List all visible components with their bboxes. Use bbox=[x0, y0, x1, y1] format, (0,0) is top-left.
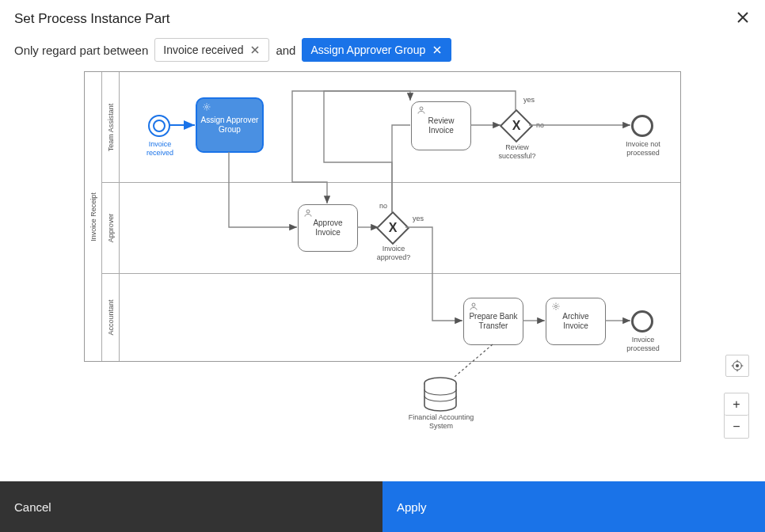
user-icon bbox=[303, 208, 313, 218]
locate-button[interactable] bbox=[725, 355, 749, 377]
dialog-footer: Cancel Apply bbox=[0, 481, 765, 532]
task-archive-invoice-label: Archive Invoice bbox=[550, 312, 602, 331]
gateway-review-successful[interactable]: X bbox=[500, 109, 533, 142]
svg-point-1 bbox=[420, 107, 423, 110]
chip-end-node[interactable]: Assign Approver Group bbox=[302, 38, 451, 62]
zoom-controls: + − bbox=[724, 393, 749, 439]
task-prepare-bank-transfer-label: Prepare Bank Transfer bbox=[467, 312, 520, 331]
lane-label-team-assistant: Team Assistant bbox=[107, 103, 115, 151]
edge-review-no-label: no bbox=[536, 121, 544, 129]
svg-point-4 bbox=[555, 306, 558, 308]
svg-point-2 bbox=[306, 210, 310, 213]
data-store-financial-system[interactable] bbox=[423, 377, 458, 412]
apply-button-label: Apply bbox=[397, 500, 427, 514]
lane-label-approver: Approver bbox=[107, 214, 115, 243]
edge-approved-no-label: no bbox=[379, 202, 387, 210]
user-icon bbox=[469, 302, 478, 311]
svg-point-3 bbox=[472, 303, 475, 306]
apply-button[interactable]: Apply bbox=[382, 481, 765, 532]
lane-header-accountant: Accountant bbox=[102, 274, 120, 361]
end-event-processed-label: Invoice processed bbox=[615, 336, 671, 353]
task-approve-invoice[interactable]: Approve Invoice bbox=[298, 204, 358, 252]
start-event-invoice-received[interactable] bbox=[148, 115, 170, 137]
chip-end-label: Assign Approver Group bbox=[310, 44, 425, 56]
close-icon[interactable] bbox=[735, 10, 751, 25]
end-event-not-processed-label: Invoice not processed bbox=[615, 140, 671, 158]
lane-approver: Approver Approve Invoice X Invoice appro… bbox=[102, 183, 680, 274]
task-review-invoice-label: Review Invoice bbox=[415, 116, 467, 135]
filter-row: Only regard part between Invoice receive… bbox=[14, 38, 751, 62]
end-event-not-processed[interactable] bbox=[631, 115, 653, 137]
user-icon bbox=[417, 105, 426, 115]
chip-start-remove-icon[interactable] bbox=[249, 44, 261, 55]
lane-header-approver: Approver bbox=[102, 183, 120, 273]
svg-point-6 bbox=[736, 364, 739, 367]
pool-invoice-receipt: Invoice Receipt Team Assistant Invoice r… bbox=[84, 71, 681, 362]
pool-label-text: Invoice Receipt bbox=[89, 192, 97, 241]
bpmn-canvas[interactable]: Invoice Receipt Team Assistant Invoice r… bbox=[84, 71, 681, 443]
start-event-label: Invoice received bbox=[139, 140, 181, 158]
task-archive-invoice[interactable]: Archive Invoice bbox=[546, 298, 606, 345]
task-prepare-bank-transfer[interactable]: Prepare Bank Transfer bbox=[463, 298, 523, 345]
edge-review-yes-label: yes bbox=[523, 96, 535, 104]
gear-icon bbox=[202, 102, 211, 112]
task-assign-approver-group[interactable]: Assign Approver Group bbox=[196, 97, 264, 153]
svg-point-0 bbox=[206, 106, 208, 108]
gear-icon bbox=[551, 302, 561, 311]
filter-prefix: Only regard part between bbox=[14, 44, 148, 57]
gateway-invoice-approved[interactable]: X bbox=[376, 211, 409, 245]
task-assign-approver-label: Assign Approver Group bbox=[200, 116, 259, 135]
data-store-label: Financial Accounting System bbox=[407, 413, 475, 431]
lane-team-assistant: Team Assistant Invoice received Assign A… bbox=[102, 72, 680, 183]
lane-accountant: Accountant Prepare Bank Transfer Archive… bbox=[102, 274, 680, 361]
dialog-title: Set Process Instance Part bbox=[14, 11, 751, 27]
gateway-review-label: Review successful? bbox=[493, 143, 541, 161]
zoom-out-button[interactable]: − bbox=[725, 416, 748, 438]
edge-approved-yes-label: yes bbox=[413, 215, 424, 222]
chip-start-node[interactable]: Invoice received bbox=[154, 38, 269, 62]
chip-end-remove-icon[interactable] bbox=[432, 44, 443, 55]
cancel-button[interactable]: Cancel bbox=[0, 481, 382, 532]
cancel-button-label: Cancel bbox=[14, 500, 51, 514]
task-approve-invoice-label: Approve Invoice bbox=[302, 218, 354, 238]
zoom-in-button[interactable]: + bbox=[725, 393, 748, 416]
lane-label-accountant: Accountant bbox=[107, 299, 115, 335]
lane-header-team-assistant: Team Assistant bbox=[102, 72, 120, 182]
end-event-processed[interactable] bbox=[631, 310, 653, 332]
pool-label: Invoice Receipt bbox=[85, 72, 102, 361]
filter-connector: and bbox=[276, 44, 295, 57]
chip-start-label: Invoice received bbox=[163, 44, 243, 56]
task-review-invoice[interactable]: Review Invoice bbox=[411, 101, 471, 150]
gateway-approved-label: Invoice approved? bbox=[370, 245, 417, 262]
